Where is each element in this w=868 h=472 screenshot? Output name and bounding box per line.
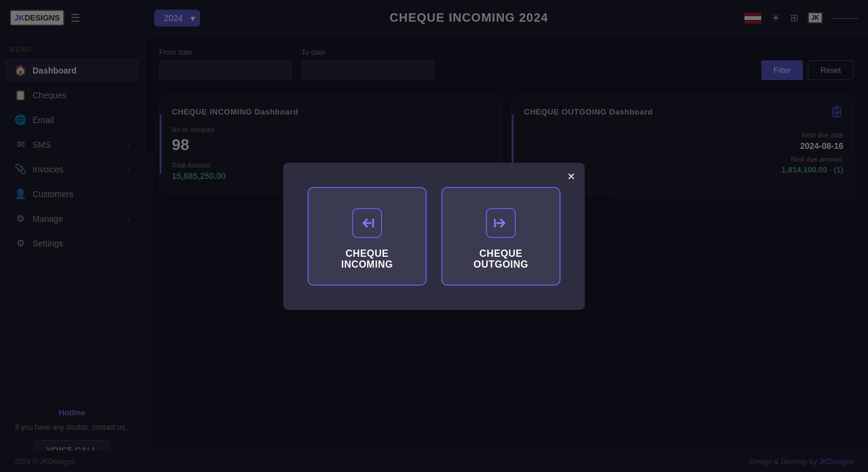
cheque-incoming-option-button[interactable]: CHEQUEINCOMING (307, 187, 427, 286)
cheque-incoming-icon (351, 207, 383, 239)
cheque-outgoing-icon (485, 207, 517, 239)
modal-options: CHEQUEINCOMING CHEQUEOUTGOING (307, 187, 561, 286)
modal-overlay[interactable]: × CHEQUEINCOMING (0, 0, 868, 472)
modal-box: × CHEQUEINCOMING (283, 163, 585, 310)
modal-close-button[interactable]: × (567, 170, 575, 183)
cheque-incoming-label: CHEQUEINCOMING (341, 248, 393, 270)
cheque-outgoing-label: CHEQUEOUTGOING (473, 248, 528, 270)
cheque-outgoing-option-button[interactable]: CHEQUEOUTGOING (441, 187, 561, 286)
